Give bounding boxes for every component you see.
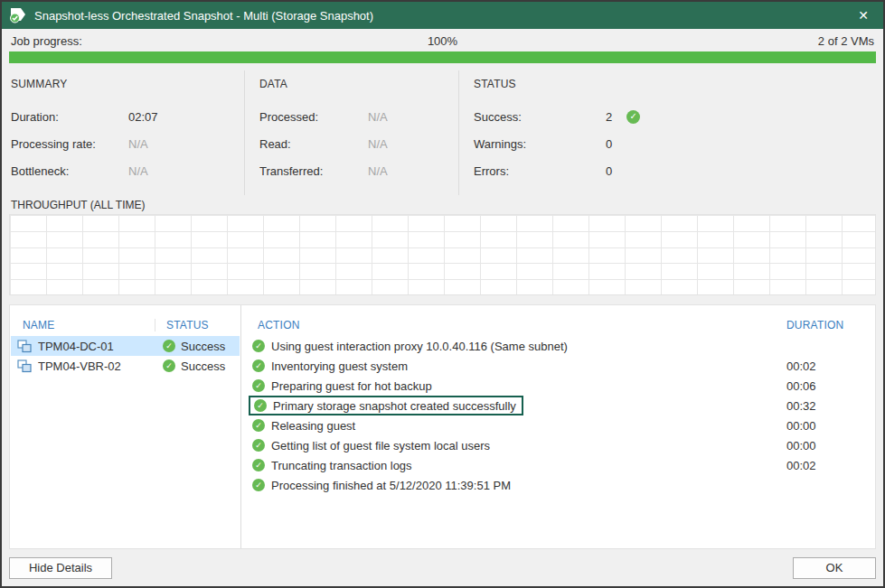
title-bar: Snapshot-less Orchestrated Snapshot - Mu… [2,2,883,29]
success-check-icon: ✓ [252,439,265,452]
highlight-box: ✓ Primary storage snapshot created succe… [249,396,523,415]
action-row-highlighted[interactable]: ✓ Primary storage snapshot created succe… [241,396,875,415]
success-check-icon: ✓ [626,110,640,124]
action-column-header[interactable]: ACTION [241,319,786,331]
success-check-icon: ✓ [252,340,265,352]
stats-section: SUMMARY Duration: 02:07 Processing rate:… [2,70,883,195]
success-check-icon: ✓ [254,399,267,412]
read-label: Read: [259,137,368,151]
vm-status: ✓ Success [155,359,225,373]
success-check-icon: ✓ [252,479,265,491]
action-text: Using guest interaction proxy 10.0.40.11… [271,340,568,353]
throughput-chart [9,214,876,295]
action-duration: 00:00 [786,439,875,453]
errors-value: 0 [606,164,612,178]
progress-bar [9,51,876,63]
job-progress-vm-count: 2 of 2 VMs [818,34,874,48]
job-progress-dialog: Snapshot-less Orchestrated Snapshot - Mu… [0,0,885,588]
footer-bar: Hide Details OK [2,549,883,586]
duration-label: Duration: [11,110,128,124]
status-panel: STATUS Success: 2 ✓ Warnings: 0 Errors: … [458,70,883,195]
action-text: Inventorying guest system [271,359,408,373]
transferred-value: N/A [368,164,388,178]
summary-bottleneck-row: Bottleneck: N/A [11,157,244,184]
close-icon[interactable]: ✕ [852,5,874,25]
success-value: 2 [606,110,612,124]
name-column-header[interactable]: NAME [10,319,155,331]
bottleneck-value: N/A [128,164,148,178]
transferred-label: Transferred: [259,164,368,178]
success-check-icon: ✓ [163,340,175,352]
status-errors-row: Errors: 0 [474,157,883,184]
status-title: STATUS [474,78,883,90]
bottleneck-label: Bottleneck: [11,164,128,178]
window-title: Snapshot-less Orchestrated Snapshot - Mu… [34,9,852,23]
duration-value: 02:07 [128,110,158,124]
success-check-icon: ✓ [252,379,265,392]
hide-details-button[interactable]: Hide Details [9,557,112,579]
action-row[interactable]: ✓ Getting list of guest file system loca… [241,435,875,455]
data-title: DATA [259,78,458,90]
vm-name: TPM04-VBR-02 [38,359,155,373]
job-flag-icon [9,7,27,23]
action-row[interactable]: ✓ Using guest interaction proxy 10.0.40.… [241,336,875,356]
data-processed-row: Processed: N/A [259,103,458,130]
action-row[interactable]: ✓ Preparing guest for hot backup 00:06 [241,376,875,396]
action-duration: 00:02 [786,459,875,472]
vm-row-tpm04-dc-01[interactable]: TPM04-DC-01 ✓ Success [11,336,240,356]
duration-column-header[interactable]: DURATION [786,319,875,331]
job-progress-row: Job progress: 100% 2 of 2 VMs [2,29,883,51]
action-log-panel: ACTION DURATION ✓ Using guest interactio… [241,305,875,548]
summary-panel: SUMMARY Duration: 02:07 Processing rate:… [2,70,244,195]
warnings-label: Warnings: [474,137,606,151]
action-duration: 00:00 [786,419,875,433]
status-column-header[interactable]: STATUS [155,319,209,331]
action-text: Truncating transaction logs [271,459,412,472]
job-progress-label: Job progress: [11,34,82,48]
status-success-row: Success: 2 ✓ [474,103,883,130]
success-label: Success: [474,110,606,124]
processed-value: N/A [368,110,388,124]
warnings-value: 0 [606,137,612,151]
action-text: Releasing guest [271,419,355,433]
status-warnings-row: Warnings: 0 [474,130,883,157]
action-log-header: ACTION DURATION [241,314,875,336]
errors-label: Errors: [474,164,606,178]
vm-icon [16,340,33,353]
vm-list-panel: NAME STATUS TPM04-DC-01 ✓ Success [10,305,241,548]
action-row[interactable]: ✓ Inventorying guest system 00:02 [241,356,875,376]
success-check-icon: ✓ [252,359,265,372]
success-check-icon: ✓ [252,459,265,471]
vm-status-text: Success [181,359,225,373]
summary-title: SUMMARY [11,78,244,90]
summary-duration-row: Duration: 02:07 [11,103,244,130]
action-duration: 00:06 [786,379,875,393]
action-text: Preparing guest for hot backup [271,379,432,393]
throughput-section: THROUGHPUT (ALL TIME) [9,197,876,295]
action-text: Primary storage snapshot created success… [273,399,516,413]
vm-name: TPM04-DC-01 [38,340,155,353]
success-check-icon: ✓ [252,419,265,432]
action-row[interactable]: ✓ Truncating transaction logs 00:02 [241,455,875,475]
summary-processing-rate-row: Processing rate: N/A [11,130,244,157]
action-text: Processing finished at 5/12/2020 11:39:5… [271,479,511,492]
data-read-row: Read: N/A [259,130,458,157]
data-transferred-row: Transferred: N/A [259,157,458,184]
vm-row-tpm04-vbr-02[interactable]: TPM04-VBR-02 ✓ Success [11,356,240,376]
action-row[interactable]: ✓ Releasing guest 00:00 [241,415,875,435]
data-panel: DATA Processed: N/A Read: N/A Transferre… [244,70,458,195]
progress-bar-fill [9,51,876,63]
action-duration: 00:32 [786,399,875,413]
vm-icon [16,359,33,373]
job-progress-percent: 100% [428,34,457,48]
processing-rate-value: N/A [128,137,148,151]
action-row[interactable]: ✓ Processing finished at 5/12/2020 11:39… [241,475,875,495]
details-section: NAME STATUS TPM04-DC-01 ✓ Success [9,304,876,549]
throughput-title: THROUGHPUT (ALL TIME) [9,197,876,214]
vm-status: ✓ Success [155,340,225,353]
processed-label: Processed: [259,110,368,124]
success-check-icon: ✓ [163,359,175,372]
vm-list-header: NAME STATUS [10,314,240,336]
action-text: Getting list of guest file system local … [271,439,490,453]
ok-button[interactable]: OK [793,557,876,579]
